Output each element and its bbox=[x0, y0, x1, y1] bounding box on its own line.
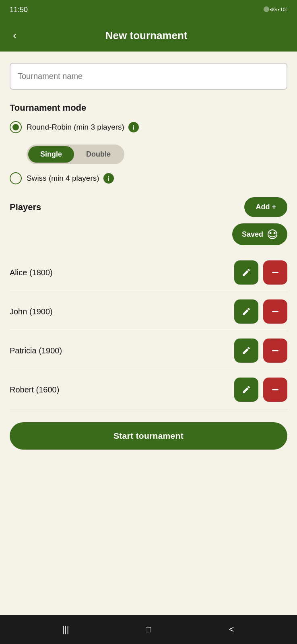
svg-point-6 bbox=[270, 232, 272, 234]
players-list: Alice (1800) John (1900) bbox=[10, 253, 287, 409]
minus-icon bbox=[271, 346, 280, 355]
swiss-radio[interactable] bbox=[10, 172, 22, 184]
svg-point-5 bbox=[268, 230, 277, 239]
players-header: Players Add + bbox=[10, 197, 287, 217]
tournament-mode-title: Tournament mode bbox=[10, 103, 287, 113]
player-name: John (1900) bbox=[10, 307, 53, 316]
tournament-mode-section: Tournament mode Round-Robin (min 3 playe… bbox=[10, 103, 287, 184]
players-title: Players bbox=[10, 202, 41, 213]
edit-player-button-1[interactable] bbox=[234, 299, 258, 324]
pencil-icon bbox=[241, 385, 251, 394]
status-icons: ▪ 4G ▪ 100% bbox=[263, 6, 287, 14]
round-robin-radio[interactable] bbox=[10, 121, 22, 133]
delete-player-button-3[interactable] bbox=[263, 378, 287, 402]
player-actions bbox=[234, 260, 287, 285]
main-content: Tournament mode Round-Robin (min 3 playe… bbox=[0, 52, 297, 615]
saved-label: Saved bbox=[242, 230, 263, 239]
svg-point-7 bbox=[274, 232, 276, 234]
swiss-option[interactable]: Swiss (min 4 players) i bbox=[10, 172, 287, 184]
player-name: Robert (1600) bbox=[10, 385, 59, 394]
swiss-label: Swiss (min 4 players) bbox=[27, 174, 99, 183]
player-row: John (1900) bbox=[10, 292, 287, 331]
pencil-icon bbox=[241, 307, 251, 316]
players-section: Players Add + Saved Alice (1800) bbox=[10, 197, 287, 409]
player-actions bbox=[234, 378, 287, 402]
tournament-name-input[interactable] bbox=[10, 63, 287, 90]
edit-player-button-0[interactable] bbox=[234, 260, 258, 285]
app-header: ‹ New tournament bbox=[0, 19, 297, 52]
edit-player-button-2[interactable] bbox=[234, 339, 258, 363]
player-row: Alice (1800) bbox=[10, 253, 287, 292]
page-title: New tournament bbox=[26, 29, 266, 42]
minus-icon bbox=[271, 385, 280, 394]
round-robin-option[interactable]: Round-Robin (min 3 players) i bbox=[10, 121, 287, 133]
svg-rect-8 bbox=[272, 272, 278, 273]
swiss-info-icon[interactable]: i bbox=[103, 173, 114, 184]
svg-rect-9 bbox=[272, 311, 278, 312]
svg-rect-11 bbox=[272, 389, 278, 390]
start-tournament-button[interactable]: Start tournament bbox=[10, 422, 287, 450]
single-button[interactable]: Single bbox=[28, 146, 74, 163]
player-name: Alice (1800) bbox=[10, 268, 53, 277]
nav-home-icon[interactable]: □ bbox=[140, 621, 157, 638]
svg-point-0 bbox=[264, 6, 269, 12]
saved-icon bbox=[267, 229, 278, 239]
round-robin-info-icon[interactable]: i bbox=[128, 122, 139, 132]
player-name: Patricia (1900) bbox=[10, 346, 62, 355]
delete-player-button-2[interactable] bbox=[263, 339, 287, 363]
delete-player-button-1[interactable] bbox=[263, 299, 287, 324]
pencil-icon bbox=[241, 268, 251, 277]
minus-icon bbox=[271, 307, 280, 316]
player-row: Robert (1600) bbox=[10, 370, 287, 409]
double-button[interactable]: Double bbox=[74, 146, 123, 163]
player-row: Patricia (1900) bbox=[10, 331, 287, 370]
edit-player-button-3[interactable] bbox=[234, 378, 258, 402]
player-actions bbox=[234, 339, 287, 363]
single-double-toggle: Single Double bbox=[27, 144, 124, 164]
add-player-button[interactable]: Add + bbox=[244, 197, 287, 217]
back-button[interactable]: ‹ bbox=[10, 26, 20, 45]
player-actions bbox=[234, 299, 287, 324]
saved-players-button[interactable]: Saved bbox=[232, 223, 287, 245]
round-robin-label: Round-Robin (min 3 players) bbox=[27, 123, 124, 132]
battery-icon: ▪ 4G ▪ 100% bbox=[263, 6, 287, 14]
svg-rect-10 bbox=[272, 350, 278, 351]
svg-text:100%: 100% bbox=[280, 7, 287, 12]
nav-menu-icon[interactable]: ||| bbox=[58, 621, 74, 638]
svg-text:▪: ▪ bbox=[278, 7, 279, 12]
delete-player-button-0[interactable] bbox=[263, 260, 287, 285]
status-bar: 11:50 ▪ 4G ▪ 100% bbox=[0, 0, 297, 19]
svg-text:4G: 4G bbox=[270, 7, 277, 12]
status-time: 11:50 bbox=[10, 6, 28, 14]
pencil-icon bbox=[241, 346, 251, 355]
nav-back-icon[interactable]: < bbox=[223, 621, 239, 638]
minus-icon bbox=[271, 268, 280, 277]
saved-button-row: Saved bbox=[10, 223, 287, 253]
nav-bar: ||| □ < bbox=[0, 615, 297, 644]
